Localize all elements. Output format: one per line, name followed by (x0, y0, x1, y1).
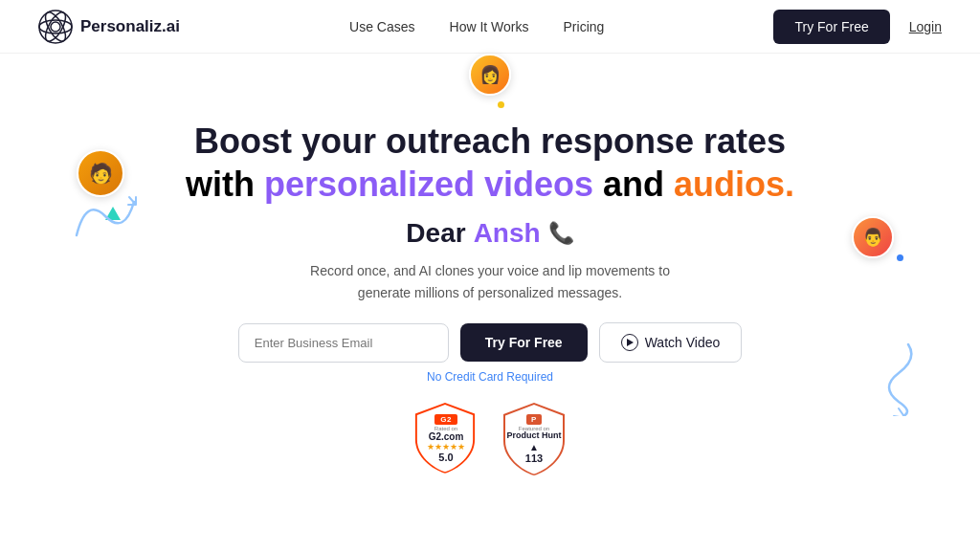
avatar-right: 👨 (852, 216, 894, 258)
ph-badge: P Featured on Product Hunt ▲ 113 (500, 401, 568, 477)
play-circle-icon (621, 334, 638, 351)
hero-section: 👩 🧑 👨 Boost your outreach response rates… (0, 54, 980, 477)
dear-name: Ansh (474, 218, 541, 249)
nav-login-button[interactable]: Login (909, 19, 942, 34)
nav-link-how-it-works[interactable]: How It Works (450, 19, 529, 34)
nav-try-free-button[interactable]: Try For Free (773, 10, 889, 44)
nav-actions: Try For Free Login (773, 10, 942, 44)
dot-blue (897, 254, 903, 261)
squiggle-decoration (875, 340, 923, 420)
hero-headline: Boost your outreach response rates (194, 121, 786, 162)
nav-link-pricing[interactable]: Pricing (564, 19, 605, 34)
badges-row: G2 Rated on G2.com ★★★★★ 5.0 P Featured … (412, 401, 568, 477)
g2-site-label: G2.com (429, 431, 464, 442)
ph-count: 113 (525, 452, 543, 464)
headline-orange: audios. (674, 165, 794, 204)
navbar: Personaliz.ai Use Cases How It Works Pri… (0, 0, 980, 54)
ph-arrow-icon: ▲ (529, 442, 539, 452)
ph-site-label: Product Hunt (507, 431, 562, 441)
dear-line: Dear Ansh 📞 (406, 218, 573, 249)
logo-icon (38, 10, 73, 44)
dear-prefix: Dear (406, 218, 465, 249)
logo[interactable]: Personaliz.ai (38, 10, 180, 44)
nav-link-use-cases[interactable]: Use Cases (349, 19, 414, 34)
hero-subtext: Record once, and AI clones your voice an… (310, 260, 670, 303)
g2-score: 5.0 (438, 452, 453, 463)
ph-badge-icon: P (526, 414, 542, 425)
g2-badge-icon: G2 (434, 414, 457, 425)
cta-row: Try For Free Watch Video (238, 322, 743, 363)
headline-prefix: with (186, 165, 264, 204)
dot-yellow (498, 101, 504, 108)
wave-arrow-decoration (67, 187, 144, 249)
hero-watch-video-button[interactable]: Watch Video (599, 322, 743, 363)
watch-video-label: Watch Video (645, 335, 721, 350)
no-cc-label: No Credit Card Required (427, 370, 553, 384)
g2-badge: G2 Rated on G2.com ★★★★★ 5.0 (412, 401, 480, 477)
headline-purple: personalized videos (264, 165, 593, 204)
play-triangle-icon (627, 339, 634, 346)
avatar-top: 👩 (469, 54, 511, 96)
logo-text: Personaliz.ai (80, 17, 180, 36)
nav-links: Use Cases How It Works Pricing (349, 19, 604, 34)
svg-point-1 (51, 22, 60, 32)
g2-stars: ★★★★★ (427, 442, 465, 452)
phone-emoji: 📞 (548, 221, 574, 246)
hero-try-free-button[interactable]: Try For Free (460, 323, 588, 362)
hero-subheadline: with personalized videos and audios. (186, 164, 794, 205)
email-input[interactable] (238, 323, 449, 363)
headline-middle: and (593, 165, 674, 204)
